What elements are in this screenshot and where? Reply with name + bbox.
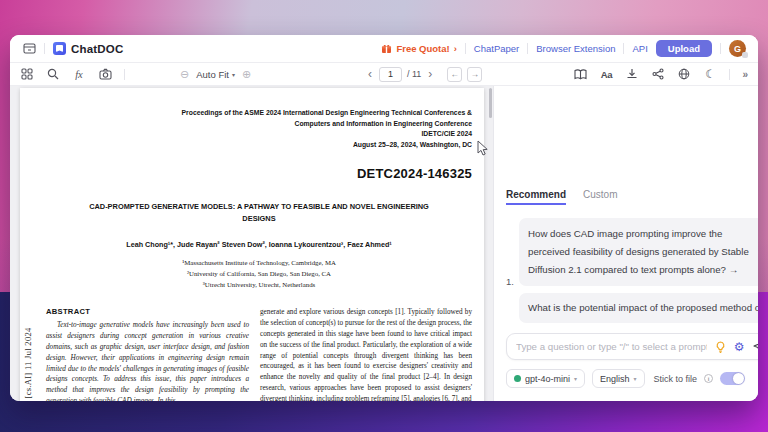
- toggle-knob: [733, 373, 744, 384]
- stick-to-file-toggle[interactable]: [720, 372, 745, 385]
- intro-text: generate and explore various design conc…: [260, 307, 472, 401]
- main-content: Proceedings of the ASME 2024 Internation…: [10, 86, 758, 401]
- stick-to-file-label: Stick to file: [654, 374, 698, 384]
- header-divider: [44, 43, 45, 54]
- dark-mode-icon[interactable]: ☾: [703, 67, 717, 81]
- prompt-input[interactable]: [516, 341, 707, 352]
- paper-title-line1: CAD-PROMPTED GENERATIVE MODELS: A PATHWA…: [46, 201, 472, 213]
- zoom-in-icon[interactable]: ⊕: [242, 69, 251, 80]
- chatdoc-logo[interactable]: ChatDOC: [53, 42, 124, 55]
- send-icon[interactable]: [753, 341, 759, 353]
- toolbar-left: fx: [20, 63, 125, 85]
- conference-header: Proceedings of the ASME 2024 Internation…: [46, 108, 472, 150]
- info-icon[interactable]: i: [704, 374, 713, 383]
- nav-browser-extension[interactable]: Browser Extension: [536, 43, 615, 54]
- nav-chatpaper[interactable]: ChatPaper: [474, 43, 519, 54]
- header-right: Free Quota! › ChatPaper Browser Extensio…: [381, 40, 746, 57]
- snapshot-icon[interactable]: [98, 67, 112, 81]
- arxiv-sidebar-label: v1 [cs.AI] 11 Jul 2024: [23, 327, 33, 401]
- font-settings-icon[interactable]: Aa: [599, 67, 613, 81]
- header-divider: [527, 43, 528, 54]
- question-number: 1.: [506, 276, 514, 287]
- conference-line: August 25–28, 2024, Washington, DC: [46, 140, 472, 151]
- header-divider: [623, 43, 624, 54]
- model-status-dot: [514, 375, 521, 382]
- toolbar-divider: [124, 69, 125, 80]
- suggested-question-card[interactable]: What is the potential impact of the prop…: [519, 293, 758, 323]
- model-label: gpt-4o-mini: [525, 374, 570, 384]
- formula-icon[interactable]: fx: [72, 67, 86, 81]
- suggested-questions: 1. How does CAD image prompting improve …: [506, 218, 758, 323]
- zoom-mode-label: Auto Fit: [196, 69, 229, 80]
- search-icon[interactable]: [46, 67, 60, 81]
- next-page-icon[interactable]: ›: [426, 68, 434, 80]
- zoom-out-icon[interactable]: ⊖: [180, 69, 189, 80]
- pdf-viewer-panel[interactable]: Proceedings of the ASME 2024 Internation…: [10, 86, 493, 401]
- free-quota-link[interactable]: Free Quota! ›: [381, 43, 456, 54]
- paper-affiliations: ¹Massachusetts Institute of Technology, …: [46, 258, 472, 291]
- chatdoc-logo-icon: [53, 42, 66, 55]
- nav-api[interactable]: API: [632, 43, 647, 54]
- avatar[interactable]: G: [729, 40, 746, 57]
- model-select[interactable]: gpt-4o-mini ▾: [506, 369, 585, 388]
- prompt-input-box[interactable]: ⚙: [506, 333, 758, 360]
- zoom-mode-select[interactable]: Auto Fit ▾: [196, 69, 235, 80]
- suggested-question-card[interactable]: How does CAD image prompting improve the…: [519, 218, 758, 286]
- suggestion-tabs: Recommend Custom: [506, 189, 758, 209]
- page-number-input[interactable]: [379, 67, 402, 82]
- chevron-right-icon: ›: [454, 43, 457, 54]
- abstract-heading: ABSTRACT: [46, 307, 249, 316]
- globe-icon[interactable]: [677, 67, 691, 81]
- history-forward-button[interactable]: →: [467, 67, 482, 82]
- download-icon[interactable]: [625, 67, 639, 81]
- paper-title-line2: DESIGNS: [46, 213, 472, 225]
- affiliation-line: ³Utrecht University, Utrecht, Netherland…: [46, 280, 472, 291]
- abstract-text: Text-to-image generative models have inc…: [46, 320, 249, 401]
- chat-panel: Recommend Custom 1. How does CAD image p…: [493, 86, 758, 401]
- free-quota-label: Free Quota!: [396, 43, 449, 54]
- conference-line: IDETC/CIE 2024: [46, 129, 472, 140]
- history-back-button[interactable]: ←: [447, 67, 462, 82]
- header-divider: [465, 43, 466, 54]
- language-select[interactable]: English ▾: [592, 369, 645, 388]
- app-name: ChatDOC: [71, 43, 124, 55]
- paper-authors: Leah Chong¹*, Jude Rayan² Steven Dow², I…: [46, 240, 472, 249]
- header-divider: [720, 43, 721, 54]
- pdf-scrollbar-thumb[interactable]: [489, 88, 492, 118]
- chat-message-area: [506, 86, 758, 189]
- paper-body-columns: ABSTRACT Text-to-image generative models…: [46, 307, 472, 401]
- conference-line: Computers and Information in Engineering…: [46, 119, 472, 130]
- paper-column-left: ABSTRACT Text-to-image generative models…: [46, 307, 249, 401]
- toolbar-divider: [729, 69, 730, 80]
- thumbnails-grid-icon[interactable]: [20, 67, 34, 81]
- paper-title: CAD-PROMPTED GENERATIVE MODELS: A PATHWA…: [46, 201, 472, 225]
- files-icon[interactable]: [22, 42, 36, 56]
- zoom-controls: ⊖ Auto Fit ▾ ⊕: [180, 63, 251, 85]
- page-navigation: ‹ / 11 › ← →: [366, 63, 482, 85]
- conference-line: Proceedings of the ASME 2024 Internation…: [46, 108, 472, 119]
- chevron-down-icon: ▾: [232, 71, 235, 78]
- gift-icon: [381, 43, 392, 54]
- page-total-label: / 11: [407, 69, 421, 79]
- affiliation-line: ¹Massachusetts Institute of Technology, …: [46, 258, 472, 269]
- chevron-down-icon: ▾: [634, 375, 637, 382]
- book-view-icon[interactable]: [573, 67, 587, 81]
- app-header: ChatDOC Free Quota! › ChatPaper Browser …: [10, 35, 758, 62]
- collapse-panel-icon[interactable]: »: [742, 69, 748, 80]
- tab-custom[interactable]: Custom: [583, 189, 617, 205]
- paper-number: DETC2024-146325: [46, 166, 472, 181]
- lightbulb-icon[interactable]: [715, 341, 726, 353]
- pdf-toolbar: fx ⊖ Auto Fit ▾ ⊕ ‹ / 11 › ← →: [10, 62, 758, 86]
- tab-recommend[interactable]: Recommend: [506, 189, 566, 205]
- prev-page-icon[interactable]: ‹: [366, 68, 374, 80]
- chat-options-row: gpt-4o-mini ▾ English ▾ Stick to file i: [506, 369, 758, 388]
- pdf-page[interactable]: Proceedings of the ASME 2024 Internation…: [20, 88, 484, 401]
- toolbar-right: Aa ☾ »: [573, 63, 748, 85]
- share-icon[interactable]: [651, 67, 665, 81]
- affiliation-line: ²University of California, San Diego, Sa…: [46, 269, 472, 280]
- upload-button[interactable]: Upload: [656, 40, 712, 57]
- gear-icon[interactable]: ⚙: [734, 341, 745, 353]
- header-left: ChatDOC: [22, 42, 124, 56]
- language-label: English: [600, 374, 630, 384]
- chatdoc-window: ChatDOC Free Quota! › ChatPaper Browser …: [10, 35, 758, 401]
